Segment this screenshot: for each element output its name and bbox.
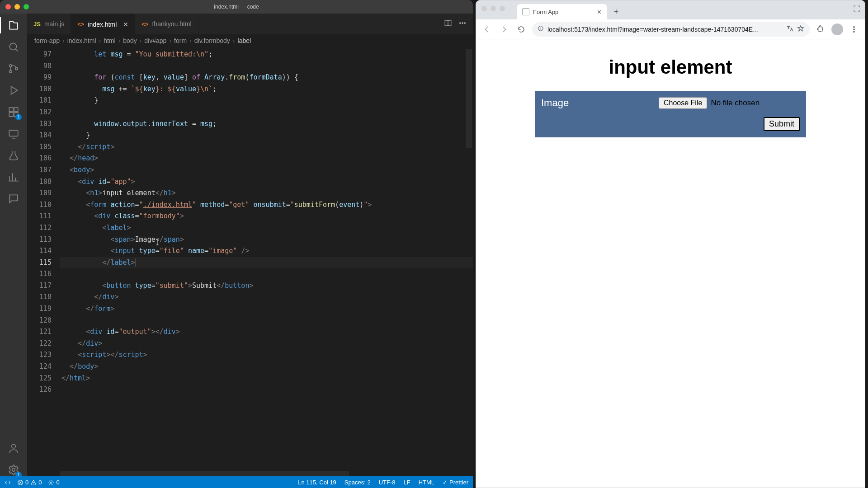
- settings-badge: 1: [15, 472, 22, 478]
- tab-title: Form App: [533, 9, 558, 15]
- zoom-window-icon[interactable]: [24, 4, 29, 9]
- close-window-icon[interactable]: [481, 6, 487, 11]
- tab-thankyou-html[interactable]: <> thankyou.html: [135, 14, 198, 34]
- minimize-window-icon[interactable]: [14, 4, 20, 9]
- file-status: No file chosen: [711, 99, 760, 108]
- remote-indicator[interactable]: [5, 479, 11, 486]
- svg-point-14: [464, 23, 465, 23]
- svg-point-13: [462, 23, 463, 23]
- zoom-window-icon[interactable]: [500, 6, 505, 11]
- js-file-icon: JS: [33, 21, 41, 28]
- language-mode[interactable]: HTML: [419, 479, 434, 486]
- titlebar: index.html — code: [0, 0, 473, 14]
- window-title: index.html — code: [0, 4, 473, 10]
- svg-point-2: [9, 70, 12, 73]
- browser-window-controls[interactable]: [481, 6, 505, 11]
- browser-tabstrip: Form App ✕ +: [476, 0, 865, 19]
- extensions-badge: 1: [15, 114, 22, 120]
- url-text: localhost:5173/index.html?image=water-st…: [547, 26, 783, 33]
- debug-icon[interactable]: [7, 84, 20, 97]
- svg-point-3: [15, 67, 18, 70]
- choose-file-button[interactable]: Choose File: [659, 97, 707, 109]
- indentation[interactable]: Spaces: 2: [344, 479, 371, 486]
- submit-button[interactable]: Submit: [764, 117, 800, 131]
- encoding[interactable]: UTF-8: [379, 479, 396, 486]
- html-file-icon: <>: [77, 21, 84, 28]
- rendered-page: input element Image Choose File No file …: [476, 39, 865, 488]
- status-bar: 0 0 0 Ln 115, Col 19 Spaces: 2 UTF-8 LF …: [0, 476, 473, 488]
- account-icon[interactable]: [7, 442, 20, 455]
- tab-index-html[interactable]: <> index.html ✕: [71, 14, 135, 34]
- tab-label: thankyou.html: [152, 20, 191, 28]
- formatter[interactable]: ✓ Prettier: [443, 479, 468, 486]
- testing-icon[interactable]: [7, 149, 20, 162]
- svg-point-1: [9, 65, 12, 67]
- settings-gear-icon[interactable]: 1: [7, 464, 20, 476]
- back-button[interactable]: [481, 23, 493, 36]
- problems-indicator[interactable]: 0 0: [17, 479, 42, 486]
- tab-label: main.js: [44, 20, 64, 28]
- extensions-icon[interactable]: 1: [7, 106, 20, 118]
- svg-point-18: [854, 26, 854, 27]
- svg-point-19: [854, 28, 854, 29]
- page-heading: input element: [609, 56, 732, 78]
- tab-main-js[interactable]: JS main.js: [27, 14, 71, 34]
- svg-point-20: [854, 31, 854, 32]
- new-tab-button[interactable]: +: [610, 5, 623, 18]
- extensions-puzzle-icon[interactable]: [814, 25, 827, 33]
- source-control-icon[interactable]: [7, 62, 20, 75]
- line-gutter: 9798991001011021031041051061071081091101…: [27, 47, 60, 476]
- editor-tabs: JS main.js <> index.html ✕ <> thankyou.h…: [27, 14, 473, 34]
- search-icon[interactable]: [7, 41, 20, 53]
- vscode-window: index.html — code 1 1: [0, 0, 473, 488]
- svg-point-16: [51, 482, 52, 483]
- svg-point-12: [460, 23, 461, 23]
- file-input[interactable]: Choose File No file chosen: [659, 97, 760, 109]
- svg-point-10: [12, 469, 15, 472]
- remote-icon[interactable]: [7, 127, 20, 140]
- tab-label: index.html: [88, 21, 117, 28]
- favicon-icon: [522, 8, 529, 15]
- scrollbar-horizontal[interactable]: [60, 471, 349, 476]
- close-tab-icon[interactable]: ✕: [597, 9, 602, 15]
- breadcrumb[interactable]: form-app› index.html› html› body› div#ap…: [27, 34, 473, 47]
- profile-avatar[interactable]: [831, 23, 843, 35]
- cursor-position[interactable]: Ln 115, Col 19: [298, 479, 336, 486]
- code-area[interactable]: let msg = "You submitted:\n"; for (const…: [60, 47, 473, 476]
- chart-icon[interactable]: [7, 171, 20, 183]
- svg-point-9: [12, 444, 16, 448]
- minimize-window-icon[interactable]: [491, 6, 496, 11]
- html-file-icon: <>: [142, 21, 148, 28]
- image-label: Image: [541, 97, 650, 109]
- browser-toolbar: localhost:5173/index.html?image=water-st…: [476, 19, 865, 39]
- expand-icon[interactable]: [853, 5, 860, 14]
- menu-dots-icon[interactable]: [848, 25, 860, 33]
- text-cursor-icon: [154, 238, 161, 247]
- svg-rect-8: [9, 130, 18, 136]
- more-actions-icon[interactable]: [458, 19, 467, 29]
- code-editor[interactable]: 9798991001011021031041051061071081091101…: [27, 47, 473, 476]
- address-bar[interactable]: localhost:5173/index.html?image=water-st…: [532, 22, 810, 37]
- translate-icon[interactable]: [786, 25, 793, 33]
- activity-bar: 1 1: [0, 14, 27, 476]
- svg-point-0: [9, 43, 16, 50]
- svg-rect-5: [14, 108, 18, 112]
- bookmark-star-icon[interactable]: [797, 25, 804, 33]
- window-controls[interactable]: [5, 4, 29, 9]
- close-window-icon[interactable]: [5, 4, 11, 9]
- split-editor-icon[interactable]: [444, 19, 452, 29]
- form-body: Image Choose File No file chosen Submit: [535, 91, 806, 137]
- scrollbar-vertical[interactable]: [466, 49, 472, 148]
- site-info-icon[interactable]: [538, 25, 544, 33]
- svg-rect-6: [9, 113, 13, 117]
- port-indicator[interactable]: 0: [48, 479, 59, 486]
- svg-rect-4: [9, 108, 13, 112]
- chat-icon[interactable]: [7, 192, 20, 205]
- close-tab-icon[interactable]: ✕: [123, 21, 128, 28]
- browser-tab[interactable]: Form App ✕: [517, 4, 607, 19]
- eol[interactable]: LF: [404, 479, 410, 486]
- reload-button[interactable]: [515, 23, 528, 36]
- explorer-icon[interactable]: [7, 19, 20, 32]
- forward-button[interactable]: [498, 23, 510, 36]
- browser-window: Form App ✕ + localhost:5173/index.html?i…: [476, 0, 865, 488]
